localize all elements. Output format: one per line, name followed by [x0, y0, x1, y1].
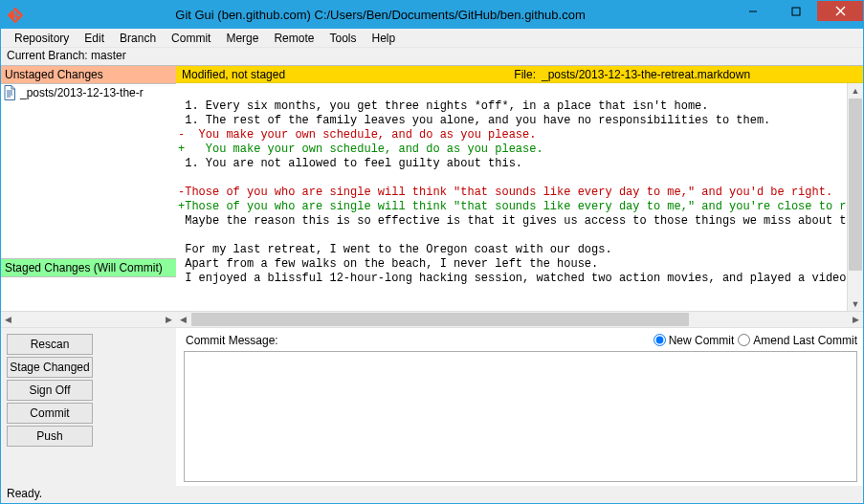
stage-changed-button[interactable]: Stage Changed	[7, 357, 93, 378]
scroll-down-icon[interactable]: ▼	[848, 296, 863, 311]
status-bar: Ready.	[1, 486, 863, 503]
menu-remote[interactable]: Remote	[266, 30, 321, 47]
file-name: _posts/2013-12-13-the-r	[20, 86, 144, 99]
amend-commit-radio[interactable]: Amend Last Commit	[738, 334, 857, 347]
menu-tools[interactable]: Tools	[321, 30, 364, 47]
new-commit-radio-input[interactable]	[654, 334, 666, 346]
new-commit-radio[interactable]: New Commit	[654, 334, 735, 347]
menu-repository[interactable]: Repository	[7, 30, 77, 47]
scroll-thumb[interactable]	[191, 313, 689, 326]
left-hscrollbar[interactable]: ◀ ▶	[1, 311, 176, 327]
diff-line: 1. You are not allowed to feel guilty ab…	[176, 157, 847, 171]
window-title: Git Gui (ben.github.com) C:/Users/Ben/Do…	[30, 8, 731, 22]
diff-line: +Those of you who are single will think …	[176, 200, 847, 214]
menu-edit[interactable]: Edit	[77, 30, 112, 47]
amend-commit-radio-input[interactable]	[738, 334, 750, 346]
menu-help[interactable]: Help	[364, 30, 403, 47]
commit-row: Commit Message: New Commit Amend Last Co…	[176, 332, 857, 351]
work-area: Unstaged Changes _posts/2013-12-13-the-r…	[1, 65, 863, 486]
diff-line: + You make your own schedule, and do as …	[176, 142, 847, 157]
staged-header: Staged Changes (Will Commit)	[1, 258, 176, 277]
diff-line: Maybe the reason this is so effective is…	[176, 214, 847, 229]
scroll-left-icon[interactable]: ◀	[1, 312, 15, 327]
scroll-right-icon[interactable]: ▶	[162, 312, 176, 327]
titlebar: Git Gui (ben.github.com) C:/Users/Ben/Do…	[1, 1, 863, 29]
upper-pane: Unstaged Changes _posts/2013-12-13-the-r…	[1, 65, 863, 327]
close-button[interactable]	[817, 1, 863, 21]
diff-line	[176, 229, 847, 243]
diff-status-label: Modified, not staged	[182, 68, 498, 81]
diff-wrap: 1. Every six months, you get three night…	[176, 83, 863, 311]
left-column: Unstaged Changes _posts/2013-12-13-the-r…	[1, 65, 176, 327]
diff-header: Modified, not staged File: _posts/2013-1…	[176, 65, 863, 83]
unstaged-header: Unstaged Changes	[1, 65, 176, 84]
sign-off-button[interactable]: Sign Off	[7, 380, 93, 401]
svg-rect-1	[792, 8, 800, 15]
lower-pane: Rescan Stage Changed Sign Off Commit Pus…	[1, 327, 863, 486]
diff-line	[176, 85, 847, 99]
diff-view[interactable]: 1. Every six months, you get three night…	[176, 83, 847, 311]
diff-vscrollbar[interactable]: ▲ ▼	[847, 83, 863, 311]
diff-hscrollbar[interactable]: ◀ ▶	[176, 311, 863, 327]
commit-button[interactable]: Commit	[7, 403, 93, 424]
diff-line: 1. Every six months, you get three night…	[176, 99, 847, 114]
unstaged-file-list[interactable]: _posts/2013-12-13-the-r	[1, 84, 176, 258]
commit-message-input[interactable]	[184, 351, 857, 482]
diff-line: I enjoyed a blissful 12-hour-long hackin…	[176, 272, 847, 286]
commit-button-panel: Rescan Stage Changed Sign Off Commit Pus…	[1, 328, 176, 486]
scroll-up-icon[interactable]: ▲	[848, 83, 863, 98]
commit-type-radiogroup: New Commit Amend Last Commit	[654, 334, 857, 347]
commit-body	[176, 351, 857, 482]
diff-line: - You make your own schedule, and do as …	[176, 128, 847, 142]
git-icon	[7, 7, 24, 24]
unstaged-file-item[interactable]: _posts/2013-12-13-the-r	[1, 84, 176, 101]
maximize-button[interactable]	[774, 1, 817, 21]
diff-line: Apart from a few walks on the beach, I n…	[176, 257, 847, 272]
diff-line: 1. The rest of the family leaves you alo…	[176, 114, 847, 128]
diff-line: For my last retreat, I went to the Orego…	[176, 243, 847, 257]
minimize-button[interactable]	[731, 1, 774, 21]
menu-branch[interactable]: Branch	[112, 30, 164, 47]
menubar: Repository Edit Branch Commit Merge Remo…	[1, 29, 863, 48]
staged-file-list[interactable]	[1, 277, 176, 311]
scroll-right-icon[interactable]: ▶	[849, 312, 863, 327]
window-controls	[731, 1, 863, 29]
menu-merge[interactable]: Merge	[218, 30, 266, 47]
scroll-left-icon[interactable]: ◀	[176, 312, 190, 327]
commit-message-label: Commit Message:	[186, 334, 377, 347]
main-window: Git Gui (ben.github.com) C:/Users/Ben/Do…	[0, 0, 864, 504]
current-branch-line: Current Branch: master	[1, 48, 863, 65]
diff-file-path: _posts/2013-12-13-the-retreat.markdown	[542, 68, 750, 81]
diff-line: -Those of you who are single will think …	[176, 186, 847, 200]
push-button[interactable]: Push	[7, 426, 93, 447]
commit-area: Commit Message: New Commit Amend Last Co…	[176, 328, 863, 486]
right-column: Modified, not staged File: _posts/2013-1…	[176, 65, 863, 327]
scroll-thumb[interactable]	[849, 99, 862, 271]
menu-commit[interactable]: Commit	[164, 30, 218, 47]
diff-line	[176, 171, 847, 186]
rescan-button[interactable]: Rescan	[7, 334, 93, 355]
button-stack: Rescan Stage Changed Sign Off Commit Pus…	[1, 328, 176, 447]
diff-file-prefix: File:	[498, 68, 536, 81]
file-icon	[3, 85, 16, 100]
